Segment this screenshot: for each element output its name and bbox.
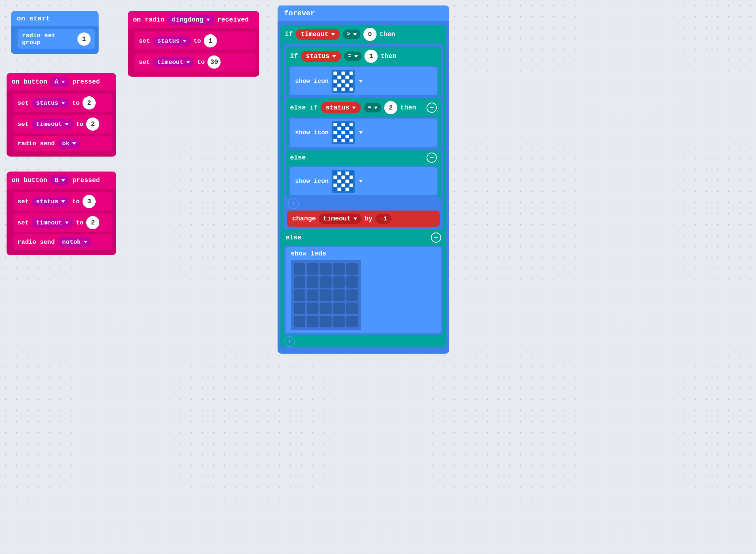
led-3-1[interactable] [307, 303, 318, 314]
eq-arrow-1 [354, 55, 358, 58]
set-timeout-2-b-block[interactable]: set timeout to 2 [13, 213, 112, 232]
timeout-value-30[interactable]: 30 [207, 55, 221, 69]
timeout-red-pill[interactable]: timeout [296, 29, 340, 40]
if-timeout-inner: if status = 1 then [283, 44, 443, 230]
led-4-0[interactable] [294, 316, 305, 327]
led-1-3[interactable] [333, 276, 345, 288]
led-3-2[interactable] [320, 303, 332, 314]
timeout-change-arrow [354, 218, 357, 220]
timeout-change-pill[interactable]: timeout [319, 213, 362, 224]
timeout-value-2-b[interactable]: 2 [86, 216, 99, 229]
ok-pill[interactable]: ok [58, 139, 80, 149]
notok-pill[interactable]: notok [58, 237, 92, 247]
radio-set-group-block[interactable]: radio set group 1 [18, 29, 95, 49]
status-value-3[interactable]: 3 [83, 195, 96, 208]
led-2-2[interactable] [320, 289, 332, 301]
else-timeout-block: else − show leds [281, 230, 446, 347]
forever-block: forever if timeout > 0 then [278, 5, 449, 354]
timeout-arrow-a [65, 123, 69, 126]
timeout-value-2-a[interactable]: 2 [86, 118, 99, 131]
group-value[interactable]: 1 [77, 32, 91, 46]
led-grid [291, 260, 361, 330]
led-3-4[interactable] [346, 303, 358, 314]
radio-send-notok-block[interactable]: radio send notok [13, 234, 112, 250]
led-1-0[interactable] [294, 276, 305, 288]
else-block: else − show icon [286, 150, 441, 197]
status-value-1[interactable]: 1 [204, 34, 217, 47]
show-icon-3-container: show icon [289, 166, 438, 197]
status-pill-a[interactable]: status [32, 98, 69, 108]
gt-operator-pill[interactable]: > [343, 30, 360, 39]
timeout-pill-b[interactable]: timeout [32, 218, 73, 228]
led-4-1[interactable] [307, 316, 318, 327]
set-timeout-2-a-block[interactable]: set timeout to 2 [13, 115, 112, 134]
led-3-0[interactable] [294, 303, 305, 314]
change-timeout-block[interactable]: change timeout by -1 [287, 211, 440, 227]
status-red-arrow-1 [332, 55, 336, 58]
timeout-pill-a[interactable]: timeout [32, 119, 73, 129]
show-icon-3-arrow [359, 180, 363, 182]
led-2-4[interactable] [346, 289, 358, 301]
led-1-4[interactable] [346, 276, 358, 288]
show-icon-2-block[interactable]: show icon [290, 119, 437, 147]
led-1-2[interactable] [320, 276, 332, 288]
show-icon-2-arrow [359, 131, 363, 134]
led-0-4[interactable] [346, 263, 358, 275]
status-value-2[interactable]: 2 [83, 96, 96, 109]
icon-grid-3 [332, 170, 355, 193]
eq-operator-pill-1[interactable]: = [344, 51, 362, 61]
else-if-minus-btn[interactable]: − [427, 103, 437, 113]
else-minus-btn[interactable]: − [427, 153, 437, 163]
led-3-3[interactable] [333, 303, 345, 314]
else-if-status-2-block: else if status = 2 then [286, 98, 441, 148]
status-pill-b[interactable]: status [32, 197, 69, 207]
set-status-1-block[interactable]: set status to 1 [134, 31, 256, 50]
button-b-arrow [61, 179, 65, 182]
set-status-3-block[interactable]: set status to 3 [13, 192, 112, 211]
led-0-2[interactable] [320, 263, 332, 275]
eq-arrow-2 [374, 107, 378, 109]
radio-variable-pill[interactable]: dingdong [167, 15, 214, 25]
icon-grid-2 [332, 121, 355, 144]
if-status-1-row: if status = 1 then [286, 47, 441, 66]
timeout-pill-radio[interactable]: timeout [153, 57, 194, 67]
show-icon-3-block[interactable]: show icon [290, 167, 437, 195]
led-0-3[interactable] [333, 263, 345, 275]
workspace: on start radio set group 1 on radio ding… [0, 0, 756, 554]
status-red-pill-1[interactable]: status [301, 51, 341, 62]
change-value-pill[interactable]: -1 [375, 214, 392, 224]
led-4-2[interactable] [320, 316, 332, 327]
add-branch-btn[interactable]: + [288, 198, 299, 209]
led-4-4[interactable] [346, 316, 358, 327]
led-2-0[interactable] [294, 289, 305, 301]
timeout-compare-value[interactable]: 0 [363, 28, 377, 41]
set-timeout-30-block[interactable]: set timeout to 30 [134, 53, 256, 72]
on-radio-header: on radio dingdong received [128, 11, 259, 28]
on-button-b-block: on button B pressed set status to 3 set … [7, 172, 116, 255]
led-0-0[interactable] [294, 263, 305, 275]
led-1-1[interactable] [307, 276, 318, 288]
button-b-pill[interactable]: B [50, 175, 69, 185]
led-2-1[interactable] [307, 289, 318, 301]
notok-arrow [84, 241, 87, 243]
led-4-3[interactable] [333, 316, 345, 327]
led-0-1[interactable] [307, 263, 318, 275]
on-radio-body: set status to 1 set timeout to 30 [128, 28, 259, 77]
show-leds-block[interactable]: show leds [286, 247, 441, 333]
radio-send-ok-block[interactable]: radio send ok [13, 136, 112, 151]
status-arrow-1 [183, 40, 186, 42]
if-status-1-block: if status = 1 then [286, 47, 441, 97]
show-leds-container: show leds [284, 246, 443, 335]
set-status-2-block[interactable]: set status to 2 [13, 93, 112, 112]
on-start-body: radio set group 1 [11, 26, 99, 54]
status-pill-1[interactable]: status [153, 36, 191, 46]
led-2-3[interactable] [333, 289, 345, 301]
status-compare-2[interactable]: 2 [384, 101, 397, 114]
status-compare-1[interactable]: 1 [364, 50, 378, 63]
show-icon-1-block[interactable]: show icon [290, 67, 437, 95]
button-a-pill[interactable]: A [50, 77, 69, 87]
eq-operator-pill-2[interactable]: = [364, 103, 381, 112]
status-red-pill-2[interactable]: status [321, 102, 361, 113]
add-else-branch-btn[interactable]: + [284, 336, 295, 347]
else-timeout-minus-btn[interactable]: − [431, 232, 441, 243]
